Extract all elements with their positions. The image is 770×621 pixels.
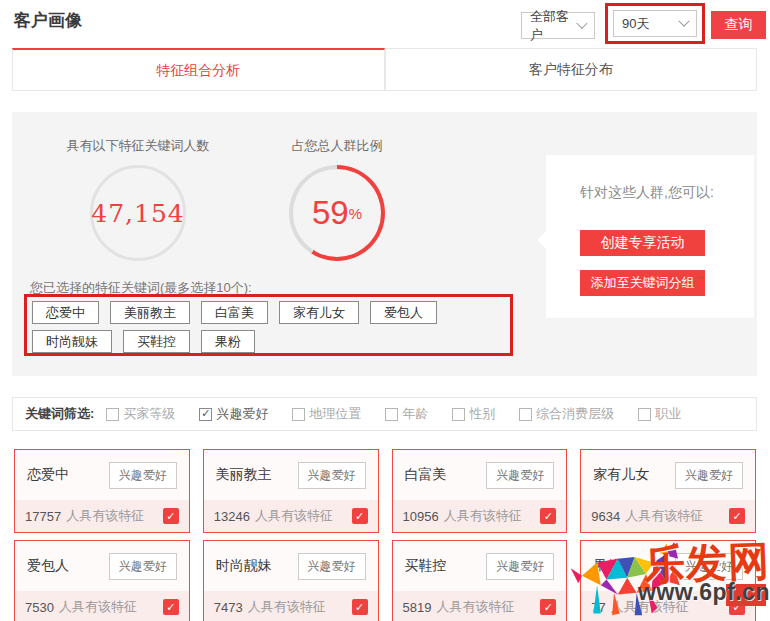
period-value: 90天 (622, 15, 649, 33)
keyword-tag[interactable]: 家有儿女 (279, 301, 359, 324)
feature-card-count-suffix: 人具有该特征 (59, 598, 137, 616)
feature-card-title: 时尚靓妹 (216, 557, 272, 575)
feature-card-title: 恋爱中 (27, 466, 69, 484)
customer-scope-dropdown[interactable]: 全部客户 (521, 12, 595, 39)
feature-card-count: 13246 (214, 509, 250, 524)
tab-feature-combination[interactable]: 特征组合分析 (12, 48, 385, 91)
checked-icon[interactable] (352, 508, 368, 524)
feature-card-category[interactable]: 兴趣爱好 (675, 553, 743, 580)
checked-icon[interactable] (729, 599, 745, 615)
period-dropdown-highlight-annotation: 90天 (605, 3, 705, 44)
feature-card-title: 白富美 (405, 466, 447, 484)
keyword-tag[interactable]: 爱包人 (370, 301, 437, 324)
checkbox-icon (385, 408, 398, 421)
count-circle: 47,154 (90, 165, 186, 261)
feature-card-title: 爱包人 (27, 557, 69, 575)
feature-card-count: 17757 (25, 509, 61, 524)
checkbox-icon (292, 408, 305, 421)
feature-card-count-suffix: 人具有该特征 (436, 598, 514, 616)
header-controls: 全部客户 90天 查询 (521, 3, 766, 44)
filter-option-6[interactable]: 职业 (638, 405, 681, 423)
tab-customer-distribution[interactable]: 客户特征分布 (385, 48, 758, 91)
checked-icon[interactable] (540, 508, 556, 524)
customer-scope-value: 全部客户 (530, 8, 578, 44)
filter-option-4[interactable]: 性别 (452, 405, 495, 423)
tab-bar: 特征组合分析 客户特征分布 (12, 48, 757, 91)
feature-card: 白富美兴趣爱好 10956人具有该特征 (392, 449, 568, 533)
keyword-filter-bar: 关键词筛选: 买家等级 兴趣爱好 地理位置 年龄 性别 综合消费层级 职业 (12, 397, 757, 431)
count-label: 具有以下特征关键词人数 (38, 137, 238, 155)
feature-card: 恋爱中兴趣爱好 17757人具有该特征 (14, 449, 190, 533)
checked-icon[interactable] (163, 508, 179, 524)
checkbox-icon (106, 408, 119, 421)
filter-bar-label: 关键词筛选: (25, 405, 94, 423)
action-prompt: 针对这些人群,您可以: (580, 181, 730, 204)
query-button[interactable]: 查询 (711, 11, 766, 39)
feature-card-count-suffix: 人具有该特征 (625, 507, 703, 525)
create-activity-button[interactable]: 创建专享活动 (580, 230, 705, 256)
filter-option-5[interactable]: 综合消费层级 (519, 405, 614, 423)
ratio-unit: % (349, 205, 362, 222)
feature-card-count-suffix: 人具有该特征 (255, 507, 333, 525)
feature-card-category[interactable]: 兴趣爱好 (109, 553, 177, 580)
add-to-keyword-group-button[interactable]: 添加至关键词分组 (580, 270, 705, 296)
period-dropdown[interactable]: 90天 (613, 10, 697, 37)
keywords-highlight-annotation: 恋爱中 美丽教主 白富美 家有儿女 爱包人 时尚靓妹 买鞋控 果粉 (24, 294, 513, 356)
ratio-ring-inner: 59 % (293, 169, 381, 257)
feature-card-count-suffix: 人具有该特征 (444, 507, 522, 525)
feature-card-count: 9634 (591, 509, 620, 524)
action-panel: 针对这些人群,您可以: 创建专享活动 添加至关键词分组 (546, 155, 754, 318)
feature-card-count: 77 (591, 600, 605, 615)
feature-card: 美丽教主兴趣爱好 13246人具有该特征 (203, 449, 379, 533)
feature-card: 时尚靓妹兴趣爱好 7473人具有该特征 (203, 540, 379, 621)
feature-card-count: 7530 (25, 600, 54, 615)
checked-icon[interactable] (163, 599, 179, 615)
keyword-tag[interactable]: 买鞋控 (123, 330, 190, 353)
checkbox-icon (452, 408, 465, 421)
keyword-tag[interactable]: 时尚靓妹 (32, 330, 112, 353)
feature-card-count: 7473 (214, 600, 243, 615)
feature-card: 买鞋控兴趣爱好 5819人具有该特征 (392, 540, 568, 621)
filter-option-3[interactable]: 年龄 (385, 405, 428, 423)
chevron-down-icon (678, 15, 689, 26)
feature-card-count: 10956 (403, 509, 439, 524)
feature-card-count-suffix: 人具有该特征 (66, 507, 144, 525)
feature-card-count-suffix: 人具有该特征 (248, 598, 326, 616)
keyword-tag[interactable]: 恋爱中 (32, 301, 99, 324)
feature-card: 家有儿女兴趣爱好 9634人具有该特征 (580, 449, 756, 533)
summary-panel: 具有以下特征关键词人数 47,154 占您总人群比例 59 % 您已选择的特征关… (12, 112, 757, 376)
ratio-value: 59 (312, 194, 349, 232)
ratio-ring: 59 % (289, 165, 385, 261)
checked-icon[interactable] (352, 599, 368, 615)
keyword-tag[interactable]: 果粉 (201, 330, 255, 353)
feature-card-category[interactable]: 兴趣爱好 (298, 462, 366, 489)
keyword-tag[interactable]: 美丽教主 (110, 301, 190, 324)
checkbox-icon (638, 408, 651, 421)
ratio-label: 占您总人群比例 (237, 137, 437, 155)
feature-card-category[interactable]: 兴趣爱好 (109, 462, 177, 489)
feature-card-count: 5819 (403, 600, 432, 615)
feature-card-count-suffix: 人具有该特征 (611, 598, 689, 616)
feature-card-category[interactable]: 兴趣爱好 (486, 553, 554, 580)
feature-cards-grid: 恋爱中兴趣爱好 17757人具有该特征 美丽教主兴趣爱好 13246人具有该特征… (14, 449, 756, 621)
feature-card-title: 美丽教主 (216, 466, 272, 484)
checked-icon[interactable] (729, 508, 745, 524)
feature-card-category[interactable]: 兴趣爱好 (675, 462, 743, 489)
feature-card-title: 果粉 (593, 557, 621, 575)
filter-option-0[interactable]: 买家等级 (106, 405, 175, 423)
feature-card: 爱包人兴趣爱好 7530人具有该特征 (14, 540, 190, 621)
feature-card-title: 家有儿女 (593, 466, 649, 484)
page-title: 客户画像 (14, 9, 82, 32)
checkbox-icon (519, 408, 532, 421)
filter-option-1[interactable]: 兴趣爱好 (199, 405, 268, 423)
feature-card-category[interactable]: 兴趣爱好 (486, 462, 554, 489)
count-value: 47,154 (91, 199, 184, 228)
feature-card-category[interactable]: 兴趣爱好 (298, 553, 366, 580)
feature-card-title: 买鞋控 (405, 557, 447, 575)
filter-option-2[interactable]: 地理位置 (292, 405, 361, 423)
action-panel-arrow (538, 232, 555, 249)
keyword-tag[interactable]: 白富美 (201, 301, 268, 324)
checked-icon[interactable] (540, 599, 556, 615)
feature-card: 果粉兴趣爱好 77人具有该特征 (580, 540, 756, 621)
checkbox-icon (199, 408, 212, 421)
